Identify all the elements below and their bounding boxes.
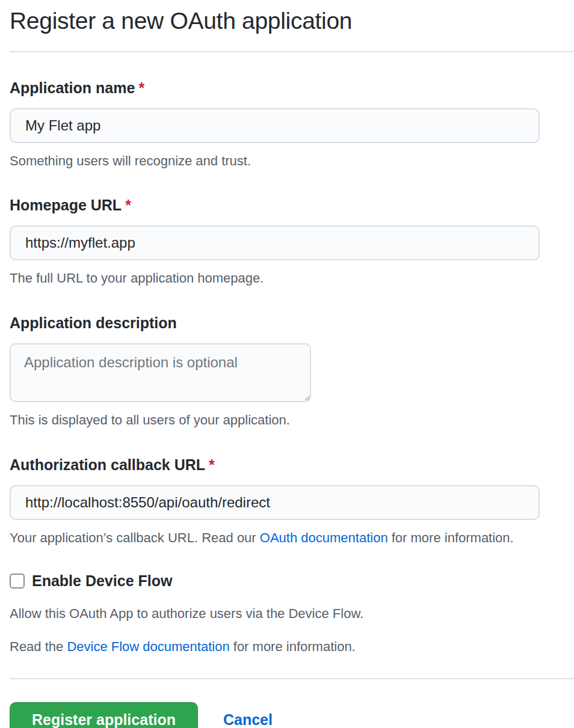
homepage-url-group: Homepage URL* The full URL to your appli… xyxy=(10,196,574,287)
device-flow-docs-prefix: Read the xyxy=(10,639,67,654)
device-flow-row: Enable Device Flow xyxy=(10,572,574,590)
actions-divider xyxy=(10,678,574,679)
homepage-url-label-text: Homepage URL xyxy=(10,197,122,213)
application-name-label-text: Application name xyxy=(10,79,135,96)
application-description-help: This is displayed to all users of your a… xyxy=(10,412,574,429)
homepage-url-label: Homepage URL* xyxy=(10,196,574,214)
callback-url-input[interactable] xyxy=(10,485,540,520)
application-name-help: Something users will recognize and trust… xyxy=(10,153,574,170)
application-description-textarea[interactable] xyxy=(10,343,311,402)
homepage-url-input[interactable] xyxy=(10,225,540,260)
required-asterisk: * xyxy=(138,79,144,96)
required-asterisk: * xyxy=(125,197,131,213)
callback-url-help-suffix: for more information. xyxy=(388,530,514,545)
cancel-link[interactable]: Cancel xyxy=(223,711,273,728)
homepage-url-help: The full URL to your application homepag… xyxy=(10,270,574,287)
device-flow-documentation-link[interactable]: Device Flow documentation xyxy=(67,639,229,654)
device-flow-help: Allow this OAuth App to authorize users … xyxy=(10,605,574,623)
application-name-label: Application name* xyxy=(10,79,574,97)
page-title: Register a new OAuth application xyxy=(10,7,574,35)
callback-url-help: Your application’s callback URL. Read ou… xyxy=(10,530,574,547)
oauth-documentation-link[interactable]: OAuth documentation xyxy=(260,530,388,545)
enable-device-flow-label[interactable]: Enable Device Flow xyxy=(32,572,172,590)
oauth-app-registration-page: Register a new OAuth application Applica… xyxy=(0,0,574,728)
callback-url-label: Authorization callback URL* xyxy=(10,456,574,474)
device-flow-docs-line: Read the Device Flow documentation for m… xyxy=(10,638,574,656)
device-flow-docs-suffix: for more information. xyxy=(230,639,356,654)
title-divider xyxy=(10,51,574,52)
required-asterisk: * xyxy=(209,456,215,473)
application-description-label-text: Application description xyxy=(10,314,177,331)
application-name-input[interactable] xyxy=(10,108,540,143)
register-application-button[interactable]: Register application xyxy=(10,702,198,728)
callback-url-group: Authorization callback URL* Your applica… xyxy=(10,456,574,547)
enable-device-flow-checkbox[interactable] xyxy=(10,574,25,589)
application-description-label: Application description xyxy=(10,314,574,332)
application-name-group: Application name* Something users will r… xyxy=(10,79,574,170)
callback-url-help-prefix: Your application’s callback URL. Read ou… xyxy=(10,530,260,545)
callback-url-label-text: Authorization callback URL xyxy=(10,456,205,473)
form-actions: Register application Cancel xyxy=(10,702,574,728)
application-description-group: Application description This is displaye… xyxy=(10,314,574,429)
